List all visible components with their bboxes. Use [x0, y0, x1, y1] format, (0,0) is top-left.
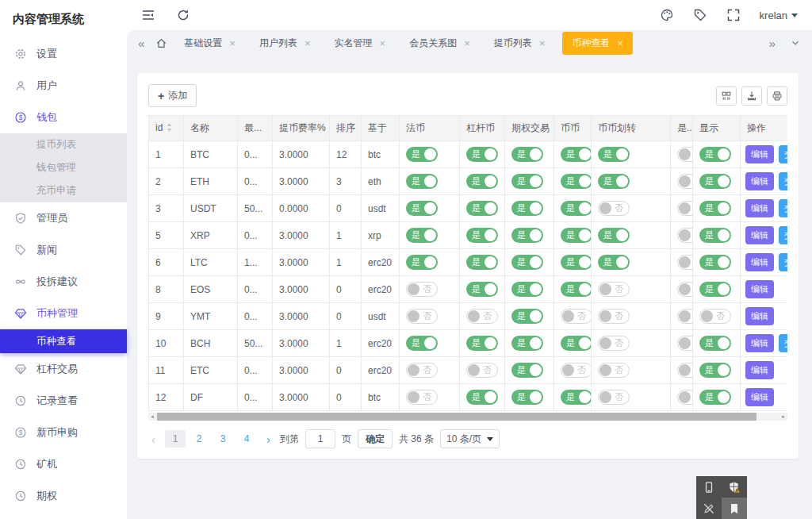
- lever-toggle[interactable]: 是: [466, 282, 498, 297]
- show-toggle[interactable]: 是: [699, 201, 731, 216]
- option-toggle[interactable]: 是: [511, 336, 543, 351]
- clipped-toggle[interactable]: 否: [677, 363, 693, 378]
- printer-icon[interactable]: [767, 86, 787, 106]
- sort-icon[interactable]: [166, 122, 173, 135]
- coin-toggle[interactable]: 是: [561, 390, 592, 405]
- transfer-toggle[interactable]: 否: [598, 336, 630, 351]
- edit-button[interactable]: 编辑: [745, 199, 774, 217]
- lever-toggle[interactable]: 是: [466, 255, 498, 270]
- fullscreen-icon[interactable]: [726, 8, 741, 22]
- fiat-toggle[interactable]: 是: [406, 336, 438, 351]
- option-toggle[interactable]: 是: [511, 147, 543, 162]
- clipped-toggle[interactable]: 否: [677, 201, 693, 216]
- next-page-icon[interactable]: ›: [263, 433, 274, 445]
- edit-button[interactable]: 编辑: [745, 172, 774, 190]
- sidebar-item[interactable]: 矿机: [0, 448, 127, 480]
- coin-toggle[interactable]: 是: [561, 336, 592, 351]
- option-toggle[interactable]: 是: [511, 390, 543, 405]
- clipped-toggle[interactable]: 否: [677, 174, 693, 189]
- sidebar-item[interactable]: 币种管理: [0, 298, 127, 329]
- page-link[interactable]: 2: [189, 430, 209, 448]
- sidebar-item[interactable]: 管理员: [0, 202, 127, 234]
- clipped-toggle[interactable]: 否: [677, 390, 693, 405]
- lever-toggle[interactable]: 是: [466, 390, 498, 405]
- option-toggle[interactable]: 是: [511, 174, 543, 189]
- tab[interactable]: 基础设置×: [178, 32, 242, 55]
- sidebar-item[interactable]: 设置: [0, 38, 127, 70]
- lever-toggle[interactable]: 是: [466, 147, 498, 162]
- page-link[interactable]: 4: [236, 430, 257, 448]
- trade-button[interactable]: 交易: [779, 199, 787, 217]
- confirm-button[interactable]: 确定: [358, 429, 393, 448]
- column-header[interactable]: id: [149, 116, 184, 141]
- tab[interactable]: 实名管理×: [328, 32, 393, 55]
- transfer-toggle[interactable]: 是: [598, 228, 630, 243]
- edit-button[interactable]: 编辑: [745, 226, 774, 244]
- option-toggle[interactable]: 是: [511, 255, 543, 270]
- fiat-toggle[interactable]: 是: [406, 228, 438, 243]
- lever-toggle[interactable]: 是: [466, 201, 498, 216]
- sidebar-subitem[interactable]: 提币列表: [0, 133, 127, 156]
- goto-page-input[interactable]: [305, 429, 335, 448]
- lever-toggle[interactable]: 是: [466, 336, 498, 351]
- sidebar-item[interactable]: 新闻: [0, 234, 127, 266]
- bookmark-icon[interactable]: [722, 498, 747, 519]
- horizontal-scrollbar[interactable]: ◂ ▸: [148, 413, 787, 421]
- transfer-toggle[interactable]: 否: [598, 282, 630, 297]
- close-icon[interactable]: ×: [617, 38, 623, 48]
- prev-page-icon[interactable]: ‹: [148, 433, 159, 445]
- coin-toggle[interactable]: 是: [561, 282, 592, 297]
- export-icon[interactable]: [741, 86, 762, 106]
- edit-button[interactable]: 编辑: [745, 361, 774, 379]
- transfer-toggle[interactable]: 是: [598, 147, 630, 162]
- transfer-toggle[interactable]: 否: [598, 201, 630, 216]
- coin-toggle[interactable]: 否: [561, 309, 592, 324]
- lever-toggle[interactable]: 否: [466, 309, 498, 324]
- show-toggle[interactable]: 是: [699, 282, 731, 297]
- transfer-toggle[interactable]: 否: [598, 390, 630, 405]
- show-toggle[interactable]: 是: [699, 174, 731, 189]
- home-icon[interactable]: [152, 34, 170, 52]
- coin-toggle[interactable]: 否: [561, 363, 592, 378]
- show-toggle[interactable]: 是: [699, 390, 731, 405]
- clipped-toggle[interactable]: 否: [677, 309, 693, 324]
- close-icon[interactable]: ×: [229, 38, 236, 48]
- clipped-toggle[interactable]: 否: [677, 147, 693, 162]
- scrollbar-thumb[interactable]: [157, 413, 756, 421]
- show-toggle[interactable]: 是: [699, 147, 731, 162]
- coin-toggle[interactable]: 是: [561, 174, 592, 189]
- collapse-menu-icon[interactable]: [141, 8, 155, 22]
- option-toggle[interactable]: 是: [511, 228, 543, 243]
- trade-button[interactable]: 交易: [779, 145, 787, 163]
- sidebar-item[interactable]: $新币申购: [0, 417, 127, 448]
- option-toggle[interactable]: 是: [511, 282, 543, 297]
- clipped-toggle[interactable]: 否: [677, 336, 693, 351]
- page-size-select[interactable]: 10 条/页: [440, 429, 500, 448]
- option-toggle[interactable]: 是: [511, 363, 543, 378]
- fiat-toggle[interactable]: 是: [406, 147, 438, 162]
- transfer-toggle[interactable]: 否: [598, 309, 630, 324]
- fiat-toggle[interactable]: 否: [406, 390, 438, 405]
- close-icon[interactable]: ×: [464, 38, 470, 48]
- tab[interactable]: 用户列表×: [253, 32, 317, 55]
- edit-button[interactable]: 编辑: [745, 280, 774, 298]
- coin-toggle[interactable]: 是: [561, 201, 592, 216]
- scroll-left-icon[interactable]: ◂: [148, 413, 156, 421]
- edit-button[interactable]: 编辑: [745, 253, 774, 271]
- sidebar-item[interactable]: 期权: [0, 480, 127, 512]
- option-toggle[interactable]: 是: [511, 201, 543, 216]
- edit-button[interactable]: 编辑: [745, 334, 774, 352]
- fiat-toggle[interactable]: 是: [406, 174, 438, 189]
- double-chevron-right-icon[interactable]: »: [769, 37, 776, 49]
- edit-button[interactable]: 编辑: [745, 145, 774, 163]
- tab-active[interactable]: 币种查看×: [562, 32, 633, 55]
- sidebar-subitem[interactable]: 充币申请: [0, 179, 127, 202]
- tag-icon[interactable]: [693, 8, 707, 22]
- trade-button[interactable]: 交易: [779, 334, 787, 352]
- add-button[interactable]: + 添加: [148, 84, 197, 107]
- scroll-right-icon[interactable]: ▸: [779, 413, 787, 421]
- show-toggle[interactable]: 是: [699, 255, 731, 270]
- trade-button[interactable]: 交易: [779, 226, 787, 244]
- fiat-toggle[interactable]: 是: [406, 255, 438, 270]
- page-current[interactable]: 1: [165, 430, 186, 448]
